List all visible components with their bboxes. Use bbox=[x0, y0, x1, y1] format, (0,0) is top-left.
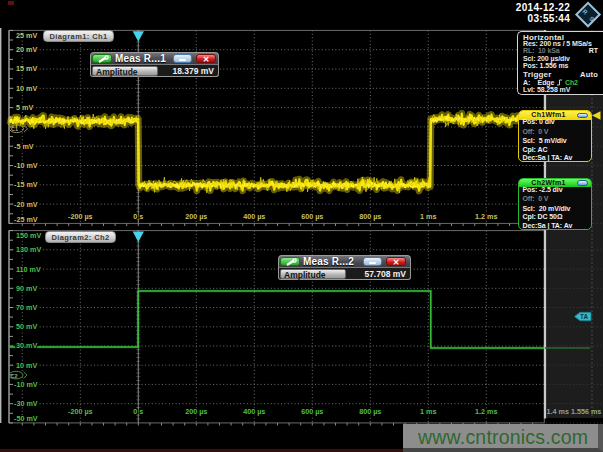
svg-text:130 mV: 130 mV bbox=[16, 245, 41, 254]
svg-text:1.2 ms: 1.2 ms bbox=[475, 407, 497, 416]
svg-text:200 µs: 200 µs bbox=[185, 407, 207, 416]
svg-text:5 mV: 5 mV bbox=[16, 103, 33, 112]
svg-text:600 µs: 600 µs bbox=[301, 212, 323, 221]
svg-text:70 mV: 70 mV bbox=[16, 303, 37, 312]
svg-text:400 µs: 400 µs bbox=[243, 212, 265, 221]
svg-text:400 µs: 400 µs bbox=[243, 407, 265, 416]
svg-text:-5 mV: -5 mV bbox=[14, 142, 34, 151]
svg-text:90 mV: 90 mV bbox=[16, 284, 37, 293]
svg-text:-50 mV: -50 mV bbox=[14, 414, 38, 423]
svg-text:-30 mV: -30 mV bbox=[14, 399, 38, 408]
svg-text:C1: C1 bbox=[11, 126, 18, 132]
svg-text:1 ms: 1 ms bbox=[420, 407, 436, 416]
svg-text:30 mV: 30 mV bbox=[16, 341, 37, 350]
svg-text:1.4 ms: 1.4 ms bbox=[547, 407, 569, 416]
svg-text:-10 mV: -10 mV bbox=[14, 380, 38, 389]
svg-text:-15 mV: -15 mV bbox=[14, 180, 38, 189]
svg-text:25 mV: 25 mV bbox=[16, 31, 37, 40]
svg-text:1.2 ms: 1.2 ms bbox=[475, 212, 497, 221]
svg-text:TA: TA bbox=[580, 313, 588, 320]
svg-text:C2: C2 bbox=[11, 373, 18, 379]
svg-text:0 s: 0 s bbox=[133, 212, 143, 221]
svg-text:50 mV: 50 mV bbox=[16, 322, 37, 331]
svg-text:0 s: 0 s bbox=[133, 407, 143, 416]
svg-text:1.556 ms: 1.556 ms bbox=[571, 407, 601, 416]
svg-text:800 µs: 800 µs bbox=[359, 407, 381, 416]
svg-text:1 ms: 1 ms bbox=[420, 212, 436, 221]
svg-text:150 mV: 150 mV bbox=[16, 231, 41, 240]
svg-text:-20 mV: -20 mV bbox=[14, 200, 38, 209]
svg-text:200 µs: 200 µs bbox=[185, 212, 207, 221]
svg-text:600 µs: 600 µs bbox=[301, 407, 323, 416]
svg-text:-10 mV: -10 mV bbox=[14, 161, 38, 170]
svg-text:10 mV: 10 mV bbox=[16, 361, 37, 370]
svg-text:20 mV: 20 mV bbox=[16, 45, 37, 54]
svg-text:10 mV: 10 mV bbox=[16, 84, 37, 93]
svg-text:-25 mV: -25 mV bbox=[14, 215, 38, 224]
svg-text:-200 µs: -200 µs bbox=[68, 212, 93, 221]
svg-text:110 mV: 110 mV bbox=[16, 265, 41, 274]
svg-text:-200 µs: -200 µs bbox=[68, 407, 93, 416]
svg-text:800 µs: 800 µs bbox=[359, 212, 381, 221]
svg-text:15 mV: 15 mV bbox=[16, 64, 37, 73]
